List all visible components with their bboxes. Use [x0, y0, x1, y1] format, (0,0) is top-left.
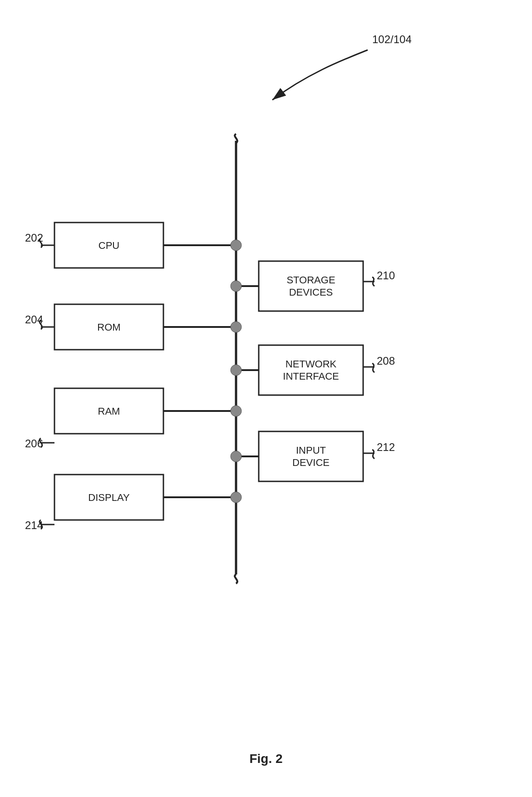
ram-junction: [231, 406, 241, 416]
ram-label: RAM: [98, 406, 120, 417]
rom-label: ROM: [97, 322, 120, 333]
ref-204: 204: [25, 313, 43, 326]
ref-208: 208: [377, 355, 395, 367]
ref-212: 212: [377, 441, 395, 453]
ref-208-squiggle: [372, 363, 374, 372]
network-label2: INTERFACE: [283, 371, 339, 382]
figure-label: Fig. 2: [249, 752, 282, 766]
diagram-container: 102/104 CPU 202 STORAGE DEVICES: [0, 0, 532, 797]
ref-214: 214: [25, 519, 43, 531]
input-junction: [231, 451, 241, 462]
input-label2: DEVICE: [292, 457, 330, 468]
ref-210: 210: [377, 269, 395, 282]
cpu-label: CPU: [99, 240, 119, 251]
ref-202: 202: [25, 232, 43, 244]
ref-212-squiggle: [372, 450, 374, 459]
storage-junction: [231, 281, 241, 292]
rom-junction: [231, 322, 241, 332]
input-label1: INPUT: [296, 445, 326, 456]
bus-bottom-squiggle: [235, 574, 237, 584]
storage-label2: DEVICES: [289, 287, 333, 298]
network-label1: NETWORK: [286, 358, 337, 370]
display-junction: [231, 492, 241, 503]
reference-arrow: [272, 50, 368, 100]
storage-label1: STORAGE: [286, 274, 335, 286]
ref-label-102-104: 102/104: [372, 33, 412, 45]
display-label: DISPLAY: [88, 492, 130, 503]
cpu-junction: [231, 240, 241, 251]
network-junction: [231, 365, 241, 376]
ref-206: 206: [25, 437, 43, 450]
